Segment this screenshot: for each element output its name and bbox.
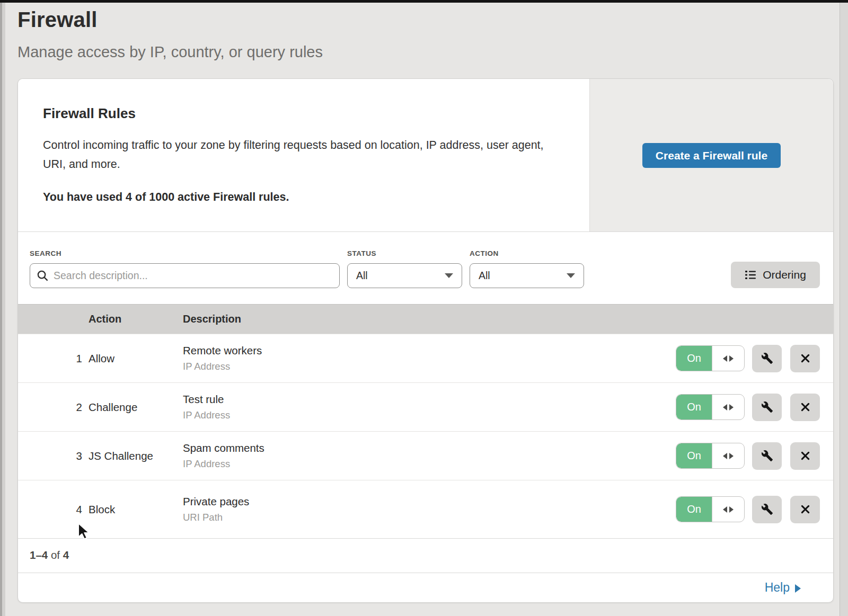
arrow-left-icon [723,506,727,513]
rule-description: Remote workers [183,344,676,357]
delete-rule-button[interactable] [790,496,820,523]
rule-description-cell: Private pages URI Path [183,495,676,523]
delete-rule-button[interactable] [790,345,820,372]
rule-match-field: IP Address [183,409,676,421]
rule-priority: 2 [18,401,89,414]
action-filter: ACTION All [470,249,584,288]
delete-rule-button[interactable] [790,394,820,421]
table-row: 3 JS Challenge Spam comments IP Address … [18,431,833,480]
help-footer: Help [18,573,833,602]
rules-description: Control incoming traffic to your zone by… [43,136,552,174]
rule-description-cell: Spam comments IP Address [183,442,676,470]
rule-priority: 3 [18,450,89,462]
rule-enabled-toggle[interactable]: On [676,443,745,469]
toggle-on-label: On [676,395,712,419]
rule-action: Allow [89,352,183,365]
page-edge-left-light [2,3,5,616]
rule-match-field: URI Path [183,512,676,523]
edit-rule-button[interactable] [752,394,782,421]
rule-description: Test rule [183,393,676,406]
rule-description: Private pages [183,495,676,508]
pagination-range: 1–4 [30,549,48,561]
toggle-on-label: On [676,443,712,468]
arrow-right-icon [729,355,734,362]
pagination-of: of [51,549,63,561]
close-icon [800,353,811,364]
toggle-handle[interactable] [712,443,744,468]
filters-bar: SEARCH STATUS All ACTION All [18,232,833,304]
help-link-label: Help [765,581,790,595]
ordering-button[interactable]: Ordering [731,262,820,288]
toggle-handle[interactable] [712,346,744,371]
arrow-left-icon [723,453,727,459]
arrow-right-icon [729,506,734,513]
status-select-value: All [356,270,368,282]
table-header: Action Description [18,304,833,334]
toggle-on-label: On [676,497,712,522]
action-select-value: All [479,270,490,282]
wrench-icon [761,503,773,515]
table-row: 4 Block Private pages URI Path On [18,480,833,538]
status-filter: STATUS All [347,249,462,288]
rule-match-field: IP Address [183,361,676,372]
rule-priority: 1 [18,352,89,365]
page-subtitle: Manage access by IP, country, or query r… [17,43,848,61]
arrow-right-icon [729,453,734,459]
rule-enabled-toggle[interactable]: On [676,496,745,522]
action-column-header: Action [89,313,183,325]
rule-priority: 4 [18,503,89,516]
create-firewall-rule-button[interactable]: Create a Firewall rule [642,143,781,168]
chevron-down-icon [567,273,575,278]
ordering-button-label: Ordering [763,269,806,281]
rule-description-cell: Remote workers IP Address [183,344,676,372]
firewall-rules-card: Firewall Rules Control incoming traffic … [17,78,834,603]
edit-rule-button[interactable] [752,442,782,470]
rule-description: Spam comments [183,442,676,454]
edit-rule-button[interactable] [752,496,782,523]
help-link[interactable]: Help [765,581,801,595]
delete-rule-button[interactable] [790,442,820,470]
rule-controls: On [676,345,820,372]
rules-summary-section: Firewall Rules Control incoming traffic … [18,79,833,232]
search-label: SEARCH [30,249,340,257]
status-label: STATUS [347,249,462,257]
rules-heading: Firewall Rules [43,105,558,122]
ordered-list-icon [745,269,756,281]
arrow-left-icon [723,404,727,410]
arrow-right-icon [729,404,734,410]
rule-controls: On [676,394,820,421]
create-rule-panel: Create a Firewall rule [589,79,833,231]
toggle-on-label: On [676,346,712,371]
search-icon [37,270,49,282]
page-header: Firewall Manage access by IP, country, o… [0,3,848,61]
table-row: 2 Challenge Test rule IP Address On [18,382,833,431]
toggle-handle[interactable] [712,395,744,419]
rule-enabled-toggle[interactable]: On [676,345,745,371]
pagination: 1–4 of 4 [18,538,833,573]
rule-action: Block [89,503,183,516]
wrench-icon [761,401,773,413]
rule-controls: On [676,442,820,470]
status-select[interactable]: All [347,263,462,288]
arrow-left-icon [723,355,727,362]
action-select[interactable]: All [470,263,584,288]
chevron-down-icon [445,273,453,278]
table-row: 1 Allow Remote workers IP Address On [18,334,833,382]
rules-summary-text: Firewall Rules Control incoming traffic … [18,79,589,231]
rule-description-cell: Test rule IP Address [183,393,676,421]
rule-enabled-toggle[interactable]: On [676,394,745,420]
rule-controls: On [676,496,820,523]
action-label: ACTION [470,249,584,257]
page-edge-right [840,3,848,616]
rule-match-field: IP Address [183,458,676,470]
rule-action: JS Challenge [89,450,183,462]
pagination-total: 4 [63,549,69,561]
edit-rule-button[interactable] [752,345,782,372]
arrow-right-icon [795,584,801,593]
description-column-header: Description [183,313,833,325]
wrench-icon [761,352,773,364]
search-box [30,263,340,288]
toggle-handle[interactable] [712,497,744,522]
search-input[interactable] [30,263,340,288]
close-icon [800,401,811,413]
